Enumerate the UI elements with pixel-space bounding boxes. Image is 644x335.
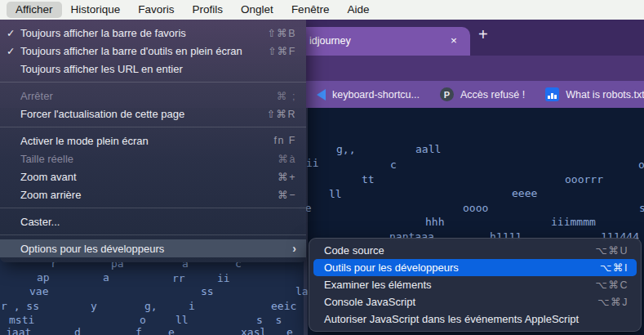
new-tab-button[interactable]: + [478,25,488,44]
active-tab[interactable]: idjourney × [287,27,470,56]
menu-item[interactable]: Zoom arrière⌘− [0,185,306,203]
menu-separator [0,127,306,127]
menu-item-shortcut: ⇧⌘R [266,108,296,120]
menu-item[interactable]: Zoom avant⌘+ [0,168,306,185]
menu-item[interactable]: Toujours afficher les URL en entier [0,60,306,78]
menubar-item-fenêtre[interactable]: Fenêtre [282,2,339,18]
menu-item[interactable]: Activer le mode plein écranfn F [0,132,306,150]
tab-title: idjourney [309,35,351,47]
ascii-art-fragment: eeee [512,188,537,199]
menu-item-shortcut: ⌘+ [278,171,296,183]
submenu-item[interactable]: Console JavaScript⌥⌘J [313,293,637,310]
menu-item-label: Taille réelle [20,153,73,165]
ascii-art-fragment: ii [217,273,230,284]
menu-item-label: Caster... [20,216,60,228]
ascii-art-fragment: o [638,159,644,170]
ascii-art-fragment: s [639,203,644,213]
ascii-art-fragment: vae [29,286,48,297]
ascii-art-fragment: r , ss [1,301,39,311]
menu-item[interactable]: Forcer l'actualisation de cette page⇧⌘R [0,105,306,123]
menu-item-label: Zoom avant [20,171,77,183]
menu-item: Taille réelle⌘à [0,150,306,168]
ascii-art-fragment: iiimmmm [551,217,596,227]
menu-bar: AfficherHistoriqueFavorisProfilsOngletFe… [0,0,644,20]
submenu-item-label: Autoriser JavaScript dans les événements… [324,313,579,325]
menu-item-shortcut: fn F [273,135,296,146]
submenu-item[interactable]: Autoriser JavaScript dans les événements… [313,310,637,328]
view-menu-dropdown: ✓Toujours afficher la barre de favoris⇧⌘… [0,20,306,262]
menu-separator [0,82,306,83]
submenu-item-label: Console JavaScript [324,296,415,308]
menubar-item-afficher[interactable]: Afficher [7,2,62,18]
menu-item-label: Activer le mode plein écran [20,135,149,147]
submenu-item-label: Code source [324,244,384,257]
ascii-art-fragment: a [103,272,109,283]
menu-item: Arrêter⌘ ; [0,87,306,105]
ascii-art-fragment: xasl [241,327,266,335]
submenu-item-shortcut: ⌥⌘C [596,279,628,291]
menu-separator [0,234,306,235]
menubar-item-profils[interactable]: Profils [184,2,233,18]
ascii-art-fragment: rr [172,273,185,284]
menu-item-label: Zoom arrière [20,189,81,201]
ascii-art-fragment: aall [415,144,441,154]
ascii-art-fragment: i [189,301,195,311]
ascii-art-fragment: tt [362,174,375,185]
menubar-item-favoris[interactable]: Favoris [129,2,183,18]
ascii-art-fragment: eeic [271,301,296,311]
bookmark-label: What is robots.txt... [566,89,644,100]
submenu-item-label: Examiner les éléments [324,279,432,291]
developer-submenu: Code source⌥⌘UOutils pour les développeu… [309,238,642,332]
menu-item[interactable]: ✓Toujours afficher la barre d'outils en … [0,42,306,60]
ascii-art-fragment: ll [329,189,342,199]
menu-item[interactable]: ✓Toujours afficher la barre de favoris⇧⌘… [0,24,306,42]
bookmark-item[interactable]: keyboard-shortcu... [317,89,420,100]
ascii-art-fragment: s s [256,315,282,325]
menu-item-label: Arrêter [20,90,53,102]
menu-item[interactable]: Caster... [0,212,306,230]
bookmark-item[interactable]: PAccès refusé ! [440,87,525,101]
bookmark-item[interactable]: What is robots.txt... [545,87,644,101]
ascii-art-fragment: ap [37,272,50,283]
menu-item-shortcut: ⇧⌘F [268,45,296,57]
submenu-item[interactable]: Outils pour les développeurs⌥⌘I [313,259,637,276]
ascii-art-fragment: ll [175,315,189,325]
bookmark-label: Accès refusé ! [460,89,525,100]
ascii-art-fragment: jaat [6,327,31,335]
ascii-art-fragment: o [140,315,146,325]
checkmark-icon: ✓ [7,27,20,39]
ascii-art-fragment: e [286,327,293,335]
menu-item-label: Options pour les développeurs [20,243,164,255]
submenu-item[interactable]: Code source⌥⌘U [313,242,637,259]
menu-separator [0,208,306,208]
submenu-item-shortcut: ⌥⌘J [597,296,628,308]
ascii-art-fragment: d [74,327,81,335]
menu-item-label: Toujours afficher les URL en entier [20,63,183,75]
ascii-art-fragment: f [135,327,142,335]
menu-item[interactable]: Options pour les développeurs› [0,239,306,257]
submenu-item[interactable]: Examiner les éléments⌥⌘C [313,276,637,293]
checkmark-icon: ✓ [7,45,20,57]
menubar-item-aide[interactable]: Aide [338,2,378,18]
ascii-art-fragment: g,, [336,144,355,154]
ascii-art-fragment: msti [9,315,34,325]
menu-item-label: Toujours afficher la barre de favoris [20,27,186,39]
bookmark-bar-chart-icon [545,87,559,101]
submenu-arrow-icon: › [292,242,296,255]
ascii-art-fragment: ss [201,286,214,297]
menubar-item-onglet[interactable]: Onglet [232,2,282,18]
ascii-art-fragment: y [91,301,97,311]
menubar-item-historique[interactable]: Historique [62,2,130,18]
menu-item-shortcut: ⌘ ; [277,90,296,102]
ascii-art-fragment: c [390,159,397,170]
menu-item-label: Toujours afficher la barre d'outils en p… [20,45,242,57]
menu-item-shortcut: ⌘− [278,189,296,201]
ascii-art-fragment: ii [306,158,319,168]
tab-close-icon[interactable]: × [451,34,457,47]
ascii-art-fragment: e [168,327,175,335]
ascii-art-fragment: g, [144,301,158,311]
screen: idjourney × + keyboard-shortcu...PAccès … [0,0,644,335]
submenu-item-shortcut: ⌥⌘U [596,244,628,257]
bookmark-p-badge-icon: P [440,87,454,101]
ascii-art-fragment: hhh [425,217,444,227]
